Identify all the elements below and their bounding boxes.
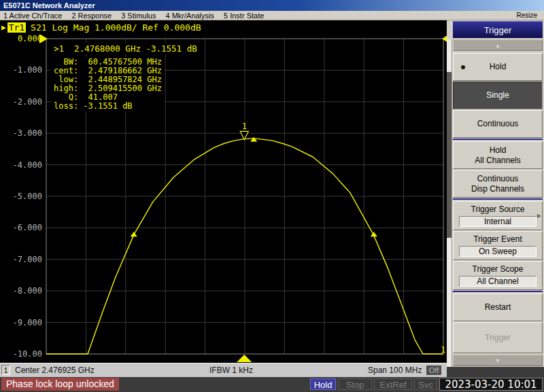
y-axis-label: -8.000 xyxy=(13,286,42,296)
channel-number: 1 xyxy=(1,365,10,375)
submenu-arrow-icon: ▶ xyxy=(537,213,541,219)
softkey-value-trigger-scope: All Channel xyxy=(459,276,537,287)
menu-item-stimulus[interactable]: 3 Stimulus xyxy=(121,11,156,20)
radio-selected-icon xyxy=(461,65,465,69)
bw-center-marker-icon xyxy=(250,137,257,142)
sidebar-bottom-filler xyxy=(447,367,544,377)
softkey-label: All Channels xyxy=(475,156,520,166)
status-indicator-extref: ExtRef xyxy=(374,378,412,390)
softkey-group-separator xyxy=(453,198,543,200)
y-axis-label: -7.000 xyxy=(13,255,42,264)
ref-level-right-icon[interactable] xyxy=(442,34,447,43)
softkey-label: Hold xyxy=(490,62,507,72)
softkey-hold[interactable]: Hold xyxy=(453,53,543,81)
softkey-menu-title: Trigger xyxy=(453,21,543,38)
marker1[interactable]: 1 xyxy=(240,122,248,139)
off-indicator: Off xyxy=(426,366,441,375)
channel-status-bar: 1 Center 2.476925 GHz IFBW 1 kHz Span 10… xyxy=(0,363,447,377)
softkey-label: Continuous xyxy=(477,119,519,129)
bandwidth-readout: BW: 60.45767500 MHz cent: 2.479186662 GH… xyxy=(51,57,165,111)
menu-item-response[interactable]: 2 Response xyxy=(71,11,112,20)
softkey-label: Trigger xyxy=(485,333,511,343)
softkey-trigger-source[interactable]: Trigger SourceInternal▶ xyxy=(453,201,543,230)
menubar: 1 Active Ch/Trace2 Response3 Stimulus4 M… xyxy=(0,11,544,20)
menu-item-instr-state[interactable]: 5 Instr State xyxy=(224,11,264,20)
softkey-label: Continuous xyxy=(477,174,519,184)
softkey-trigger-event[interactable]: Trigger EventOn Sweep xyxy=(453,231,543,260)
window-title: E5071C Network Analyzer xyxy=(3,1,95,10)
stimulus-marker-icon[interactable] xyxy=(237,355,252,362)
softkey-label: Trigger Scope xyxy=(473,264,524,274)
softkey-restart[interactable]: Restart xyxy=(453,293,543,321)
bw-high-marker-icon xyxy=(371,232,377,236)
softkey-hold-all-channels[interactable]: HoldAll Channels xyxy=(453,141,543,169)
bw-low-marker-icon xyxy=(131,232,137,236)
analyzer-screen: ▶ Tr1 S21 Log Mag 1.000dB/ Ref 0.000dB 0… xyxy=(0,20,447,363)
scrollbar-thumb[interactable] xyxy=(447,72,452,238)
softkey-label: Single xyxy=(486,90,509,101)
softkey-single[interactable]: Single xyxy=(453,82,543,109)
y-axis-label: -2.000 xyxy=(13,97,42,107)
y-axis-label: -9.000 xyxy=(13,318,42,327)
softkey-label: Disp Channels xyxy=(471,184,524,194)
grid-corner-channel-label: 1 xyxy=(441,345,445,355)
window-titlebar[interactable]: E5071C Network Analyzer xyxy=(0,0,544,11)
ifbw-label[interactable]: IFBW 1 kHz xyxy=(187,363,275,377)
softkey-value-trigger-source: Internal xyxy=(459,216,537,227)
scroll-up-icon: ▲ xyxy=(495,42,501,49)
y-axis-label: -1.000 xyxy=(13,65,42,75)
softkey-sidebar: Trigger ▲ HoldSingleContinuousHoldAll Ch… xyxy=(447,20,544,377)
marker1-readout: >1 2.4768000 GHz -3.1551 dB xyxy=(51,43,200,54)
y-axis-label: -6.000 xyxy=(13,223,42,232)
softkey-trigger-scope[interactable]: Trigger ScopeAll Channel xyxy=(453,261,543,290)
y-axis-label: -3.000 xyxy=(13,128,42,138)
softkey-continuous[interactable]: Continuous xyxy=(453,110,543,138)
y-axis-label: -4.000 xyxy=(13,160,42,170)
softkey-continuous-disp-channels[interactable]: ContinuousDisp Channels xyxy=(453,170,543,198)
menu-item-mkranalysis[interactable]: 4 Mkr/Analysis xyxy=(165,11,214,20)
center-frequency-label[interactable]: Center 2.476925 GHz xyxy=(15,363,95,377)
instrument-status-bar: Phase lock loop unlocked HoldStopExtRefS… xyxy=(0,377,544,392)
clock: 2023-03-20 10:01 xyxy=(439,378,543,391)
softkey-value-trigger-event: On Sweep xyxy=(459,246,537,257)
scroll-up-button[interactable]: ▲ xyxy=(453,39,543,51)
status-indicator-svc: Svc xyxy=(414,378,437,390)
marker1-number: 1 xyxy=(242,122,247,131)
span-label[interactable]: Span 100 MHz xyxy=(368,363,422,377)
softkey-label: Trigger Event xyxy=(473,234,522,245)
menu-item-active-chtrace[interactable]: 1 Active Ch/Trace xyxy=(3,11,62,20)
y-axis-label: -5.000 xyxy=(13,192,42,201)
status-indicator-hold: Hold xyxy=(310,378,336,390)
y-axis-label: -10.00 xyxy=(13,349,42,359)
e5071c-window: E5071C Network Analyzer 1 Active Ch/Trac… xyxy=(0,0,544,392)
status-indicator-stop: Stop xyxy=(338,378,372,390)
softkey-group-separator xyxy=(453,139,543,140)
resize-control[interactable]: Resize xyxy=(516,11,537,20)
error-message: Phase lock loop unlocked xyxy=(1,378,119,391)
softkey-trigger: Trigger xyxy=(453,322,543,353)
softkey-label: Trigger Source xyxy=(471,204,525,215)
softkey-label: Hold xyxy=(490,145,507,156)
softkey-group-separator xyxy=(453,291,543,292)
softkey-label: Restart xyxy=(485,302,511,313)
softkey-scrollbar[interactable] xyxy=(447,39,452,367)
y-axis-label: 0.000 xyxy=(18,34,42,43)
scroll-down-button[interactable]: ▼ xyxy=(453,355,543,366)
scroll-down-icon: ▼ xyxy=(495,357,501,364)
